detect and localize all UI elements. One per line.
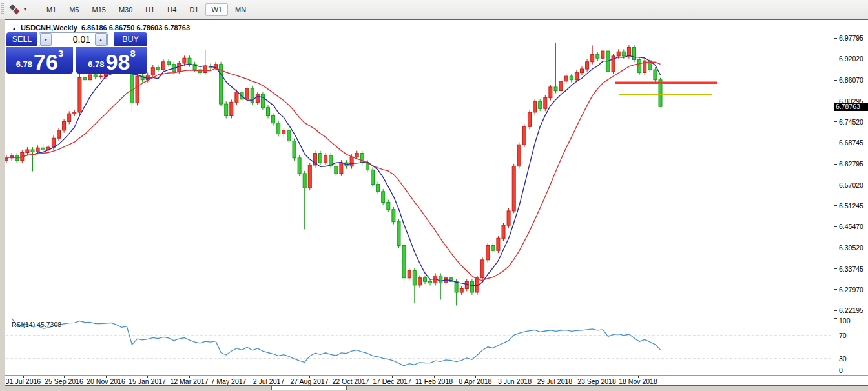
date-tick-label: 18 Nov 2018 bbox=[619, 377, 657, 385]
sell-price-prefix: 6.78 bbox=[16, 59, 32, 69]
timeframe-button-m5[interactable]: M5 bbox=[63, 3, 85, 16]
price-tick-label: 6.27970 bbox=[839, 286, 863, 294]
chevron-down-icon[interactable]: ▼ bbox=[23, 6, 28, 12]
price-tick-mark bbox=[834, 164, 837, 165]
charts-icon bbox=[9, 4, 21, 15]
price-tick-mark bbox=[834, 289, 837, 290]
collapse-triangle-icon[interactable]: ▲ bbox=[12, 26, 17, 32]
date-tick-label: 27 Aug 2017 bbox=[291, 377, 329, 385]
price-tick-label: 6.39520 bbox=[839, 244, 863, 252]
price-tick-label: 6.33745 bbox=[839, 265, 863, 273]
price-tick-mark bbox=[834, 185, 837, 185]
rsi-indicator-label: RSI(14) 45.7308 bbox=[12, 321, 61, 328]
timeframe-button-mn[interactable]: MN bbox=[229, 3, 252, 16]
price-tick-label: 6.86070 bbox=[839, 76, 863, 84]
toolbar-separator bbox=[36, 3, 36, 16]
arrow-up-icon: ▲ bbox=[99, 37, 103, 42]
timeframe-button-m15[interactable]: M15 bbox=[86, 3, 111, 16]
rsi-tick-mark bbox=[834, 359, 837, 359]
date-tick-label: 23 Sep 2018 bbox=[577, 377, 616, 385]
date-tick-label: 17 Dec 2017 bbox=[373, 377, 411, 385]
price-tick-mark bbox=[834, 143, 837, 143]
price-tick-mark bbox=[834, 121, 837, 122]
current-price-tag: 6.78763 bbox=[834, 103, 868, 111]
symbol-period-label: USDCNH,Weekly bbox=[21, 24, 78, 32]
date-tick-label: 15 Jan 2017 bbox=[129, 377, 166, 385]
rsi-current-value: 45.7308 bbox=[37, 321, 61, 328]
rsi-tick-mark bbox=[834, 318, 837, 319]
rsi-chart-svg[interactable] bbox=[5, 316, 834, 375]
rsi-tick-label: 100 bbox=[839, 317, 851, 325]
bottom-edge bbox=[0, 386, 868, 391]
price-tick-mark bbox=[834, 205, 837, 206]
timeframe-button-m1[interactable]: M1 bbox=[41, 3, 62, 16]
timeframe-button-h4[interactable]: H4 bbox=[161, 3, 182, 16]
date-tick-label: 31 Jul 2016 bbox=[6, 377, 41, 385]
rsi-tick-mark bbox=[834, 372, 837, 372]
lot-size-control: ▼ 0.01 ▲ bbox=[39, 32, 108, 46]
buy-price-sup: 8 bbox=[130, 48, 135, 58]
price-tick-label: 6.92020 bbox=[839, 55, 863, 63]
one-click-trading-panel: SELL ▼ 0.01 ▲ BUY 6.78 76 3 6.78 98 8 bbox=[6, 32, 147, 74]
lot-size-field[interactable]: 0.01 bbox=[52, 34, 94, 45]
sell-price-sup: 3 bbox=[58, 48, 63, 58]
date-tick-label: 8 Apr 2018 bbox=[459, 377, 492, 385]
arrow-down-icon: ▼ bbox=[44, 37, 48, 42]
lot-decrease-button[interactable]: ▼ bbox=[40, 33, 52, 46]
date-tick-label: 7 May 2017 bbox=[211, 377, 247, 385]
price-tick-mark bbox=[834, 226, 837, 227]
buy-price-big: 98 bbox=[106, 52, 130, 72]
sell-button[interactable]: SELL bbox=[6, 32, 37, 46]
price-tick-label: 6.68745 bbox=[839, 139, 863, 146]
rsi-tick-label: 30 bbox=[839, 355, 847, 363]
price-axis-border bbox=[834, 20, 834, 386]
timeframe-button-h1[interactable]: H1 bbox=[140, 3, 160, 16]
price-tick-mark bbox=[834, 101, 837, 101]
date-tick-label: 29 Jul 2018 bbox=[537, 377, 572, 385]
timeframe-button-m30[interactable]: M30 bbox=[113, 3, 138, 16]
timeframe-button-w1[interactable]: W1 bbox=[205, 3, 228, 16]
sell-price-display[interactable]: 6.78 76 3 bbox=[6, 47, 73, 74]
toolbar-drag-handle[interactable] bbox=[1, 3, 4, 16]
date-tick-label: 2 Jul 2017 bbox=[253, 377, 284, 385]
date-tick-label: 3 Jun 2018 bbox=[498, 377, 532, 385]
price-tick-label: 6.45470 bbox=[839, 223, 863, 230]
date-tick-label: 22 Oct 2017 bbox=[332, 377, 369, 385]
rsi-tick-label: 70 bbox=[839, 332, 847, 339]
price-tick-label: 6.74520 bbox=[839, 118, 863, 126]
price-tick-label: 6.62795 bbox=[839, 160, 863, 168]
buy-button[interactable]: BUY bbox=[114, 32, 147, 46]
price-tick-label: 6.97795 bbox=[839, 34, 863, 42]
date-tick-label: 12 Mar 2017 bbox=[170, 377, 209, 385]
timeframe-buttons: M1M5M15M30H1H4D1W1MN bbox=[40, 3, 253, 16]
price-tick-label: 6.51245 bbox=[839, 202, 863, 210]
price-tick-mark bbox=[834, 59, 837, 59]
price-tick-mark bbox=[834, 310, 837, 311]
price-tick-mark bbox=[834, 248, 837, 248]
charts-tool-button[interactable]: ▼ bbox=[6, 1, 30, 18]
metatrader-window: ▼ M1M5M15M30H1H4D1W1MN ▲USDCNH,Weekly 6.… bbox=[0, 0, 868, 391]
timeframe-button-d1[interactable]: D1 bbox=[183, 3, 204, 16]
background-window-edge[interactable] bbox=[271, 386, 347, 390]
date-tick-label: 20 Nov 2016 bbox=[87, 377, 125, 385]
date-tick-label: 25 Sep 2016 bbox=[45, 377, 83, 385]
window-bottom-border bbox=[347, 386, 868, 386]
ohlc-values: 6.86186 6.86750 6.78603 6.78763 bbox=[81, 24, 190, 32]
price-tick-label: 6.57020 bbox=[839, 181, 863, 189]
chart-title: ▲USDCNH,Weekly 6.86186 6.86750 6.78603 6… bbox=[12, 24, 190, 32]
price-tick-mark bbox=[834, 80, 837, 81]
pane-separator[interactable] bbox=[5, 375, 868, 376]
price-tick-mark bbox=[834, 38, 837, 39]
rsi-tick-mark bbox=[834, 336, 837, 336]
pane-separator[interactable] bbox=[5, 316, 868, 316]
buy-price-prefix: 6.78 bbox=[88, 59, 104, 69]
price-tick-mark bbox=[834, 268, 837, 269]
price-tick-label: 6.22195 bbox=[839, 306, 863, 314]
date-tick-label: 11 Feb 2018 bbox=[415, 377, 453, 385]
window-bottom-border bbox=[5, 386, 271, 386]
rsi-name: RSI(14) bbox=[12, 321, 35, 328]
rsi-tick-label: 0 bbox=[839, 366, 843, 374]
lot-increase-button[interactable]: ▲ bbox=[95, 33, 107, 46]
sell-price-big: 76 bbox=[34, 52, 58, 72]
buy-price-display[interactable]: 6.78 98 8 bbox=[76, 47, 147, 74]
